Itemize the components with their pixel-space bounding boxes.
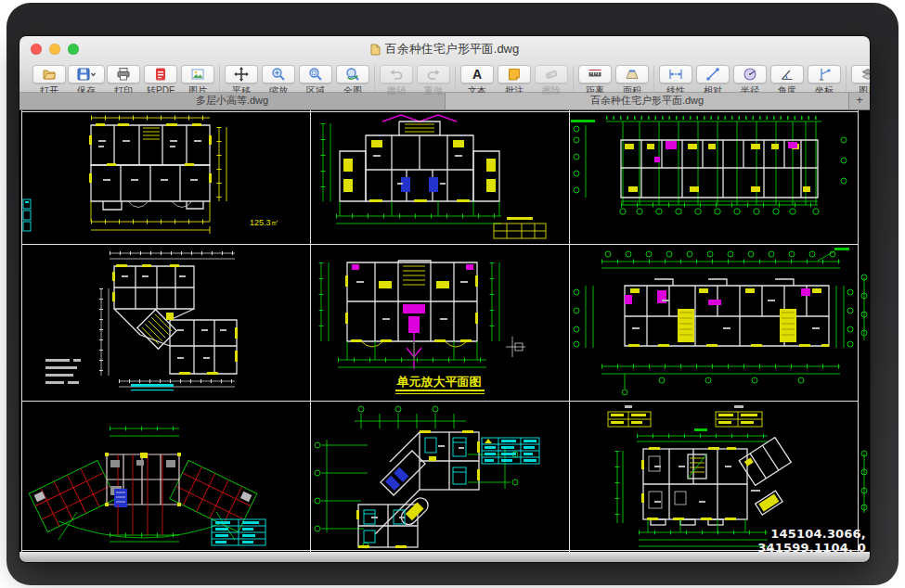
right-gutter-drawing xyxy=(859,268,870,537)
toolbar-separator xyxy=(455,66,456,92)
floorplan-bottom-left xyxy=(21,401,310,550)
redo-icon xyxy=(426,67,441,82)
angle-icon xyxy=(780,67,795,82)
window-title-text: 百余种住宅户形平面.dwg xyxy=(385,41,519,58)
floorplan-mid-center: 单元放大平面图 xyxy=(310,244,569,401)
app-window: 百余种住宅户形平面.dwg 打开 保存 打印 xyxy=(19,36,870,562)
image-icon xyxy=(190,67,205,82)
toolbar: 打开 保存 打印 转PDF xyxy=(19,62,870,93)
note-icon xyxy=(507,67,522,82)
zoom-region-icon xyxy=(308,67,323,82)
window-bottom-edge xyxy=(19,552,870,562)
redo-button[interactable]: 重做 xyxy=(415,65,452,97)
drawing-canvas[interactable]: 125.3㎡ xyxy=(19,110,870,552)
coordinate-icon xyxy=(817,67,832,82)
pan-icon xyxy=(234,67,249,82)
unit-plan-caption: 单元放大平面图 xyxy=(396,375,482,389)
toolbar-separator xyxy=(653,66,654,92)
radius-icon xyxy=(743,67,757,82)
toolbar-separator xyxy=(573,66,574,92)
document-icon xyxy=(370,44,381,56)
floorplan-top-center xyxy=(310,112,569,244)
floorplan-mid-right xyxy=(569,244,858,401)
toolbar-separator xyxy=(219,66,220,92)
open-folder-icon xyxy=(42,67,57,82)
erase-button[interactable]: 擦除 xyxy=(533,65,570,97)
zoom-all-icon xyxy=(345,67,360,82)
text-icon: A xyxy=(470,67,485,82)
minimize-button[interactable] xyxy=(49,44,60,55)
window-title: 百余种住宅户形平面.dwg xyxy=(19,41,870,58)
add-tab-button[interactable]: + xyxy=(849,93,870,109)
area-icon xyxy=(625,67,640,82)
undo-icon xyxy=(389,67,404,82)
linear-dim-icon xyxy=(668,67,683,82)
zoom-icon xyxy=(271,67,286,82)
title-bar: 百余种住宅户形平面.dwg xyxy=(19,36,870,62)
relative-dim-icon xyxy=(705,67,720,82)
coordinate-readout: 145104.3066, 341599.1104, 0 xyxy=(734,527,866,552)
toolbar-separator xyxy=(374,66,375,92)
toolbar-separator xyxy=(846,66,847,92)
chevron-down-icon xyxy=(92,73,96,76)
floorplan-top-right xyxy=(569,112,858,244)
grid-line xyxy=(21,550,858,551)
layers-icon xyxy=(860,67,870,82)
zoom-button[interactable] xyxy=(68,44,79,55)
svg-text:A: A xyxy=(472,67,482,82)
printer-icon xyxy=(116,67,131,82)
traffic-lights xyxy=(31,44,79,55)
floorplan-bottom-center xyxy=(310,401,569,550)
pdf-icon xyxy=(153,67,168,82)
distance-icon xyxy=(588,67,602,82)
eraser-icon xyxy=(544,67,559,82)
save-floppy-icon xyxy=(76,67,97,82)
floorplan-top-left: 125.3㎡ xyxy=(21,112,310,244)
area-label: 125.3㎡ xyxy=(250,218,279,227)
undo-button[interactable]: 撤销 xyxy=(378,65,415,97)
tab-baiyuzhong[interactable]: 百余种住宅户形平面.dwg xyxy=(446,93,849,109)
floorplan-mid-left xyxy=(21,244,310,401)
close-button[interactable] xyxy=(31,44,42,55)
